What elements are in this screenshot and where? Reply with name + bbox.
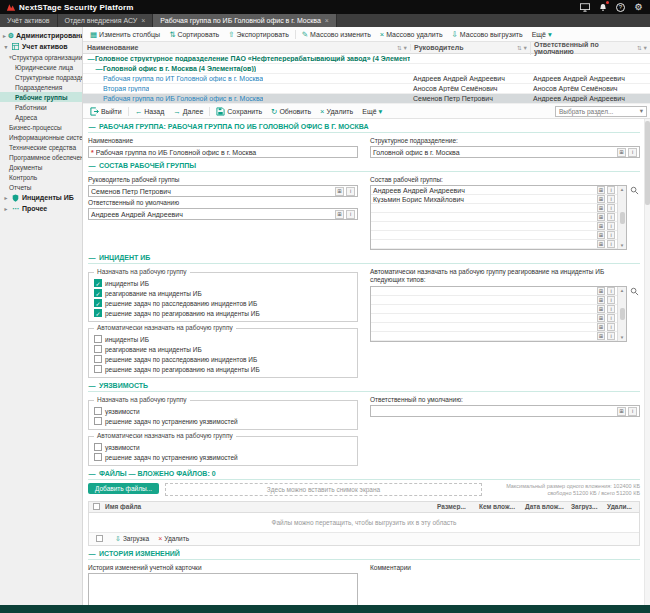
column-delete[interactable]: Удали... [605,503,639,510]
tab-workgroup-ib[interactable]: Рабочая группа по ИБ Головной офис в г. … [153,14,337,27]
sidebar-item-employees[interactable]: Работники [0,102,82,112]
type-row[interactable]: ⊞i [371,332,617,341]
type-row[interactable]: ⊞i [371,305,617,314]
select-all-checkbox[interactable] [96,535,103,542]
sidebar-item-control[interactable]: Контроль [0,172,82,182]
member-row[interactable]: ⊞i [371,204,617,213]
gear-icon[interactable]: ⚙ [633,2,644,13]
info-icon[interactable]: i [607,222,615,230]
sidebar-item-addresses[interactable]: Адреса [0,112,82,122]
filter-icon[interactable]: ▼ [643,45,648,51]
picker-icon[interactable]: ⊞ [597,296,605,304]
exit-button[interactable]: Выйти [86,106,126,117]
column-header-responsible[interactable]: Ответственный по умолчанию⇅▼ [530,41,650,55]
more-button[interactable]: Ещё▾ [358,106,386,117]
info-icon[interactable]: i [607,323,615,331]
scroll-thumb[interactable] [620,308,625,320]
export-button[interactable]: ⇧Экспортировать [224,29,293,40]
info-icon[interactable]: i [607,240,615,248]
column-attached-date[interactable]: Дата влож... [523,503,569,510]
info-icon[interactable]: i [607,332,615,340]
table-row[interactable]: Вторая группа Аносов Артём Семёнович Ано… [83,84,650,94]
scroll-up-icon[interactable]: ▲ [620,187,624,192]
leader-input[interactable]: Семенов Петр Петрович⊞i [88,185,358,197]
picker-icon[interactable]: ⊞ [335,210,344,219]
sidebar-item-technical-assets[interactable]: Технические средства [0,142,82,152]
sidebar-item-software[interactable]: Программное обеспечение [0,152,82,162]
mass-download-button[interactable]: ⇩Массово выгрузить [448,29,527,40]
collapse-icon[interactable]: — [88,382,96,389]
info-icon[interactable]: i [346,187,355,196]
picker-icon[interactable]: ⊞ [597,204,605,212]
checkbox-auto-response[interactable]: реагирование на инциденты ИБ [94,344,352,354]
type-row[interactable]: ⊞i [371,287,617,296]
scroll-down-icon[interactable]: ▼ [620,335,624,340]
vuln-responsible-input[interactable]: ⊞i [370,405,640,417]
select-all-checkbox[interactable] [93,503,100,510]
member-row[interactable]: ⊞i [371,240,617,249]
next-button[interactable]: →Далее [169,106,207,117]
sidebar-item-reports[interactable]: Отчеты [0,182,82,192]
sidebar-item-structural-units[interactable]: Структурные подразделения [0,72,82,82]
column-header-manager[interactable]: Руководитель⇅▼ [410,44,530,51]
info-icon[interactable]: i [607,186,615,194]
close-icon[interactable]: × [325,17,329,24]
info-icon[interactable]: i [607,195,615,203]
sidebar-item-administration[interactable]: ▸⚙Администрирование [0,30,82,41]
info-icon[interactable]: i [607,204,615,212]
member-row[interactable]: ⊞i [371,231,617,240]
sidebar-item-information-systems[interactable]: Информационные системы [0,132,82,142]
sidebar-item-documents[interactable]: Документы [0,162,82,172]
table-row[interactable]: —Головной офис в г. Москва (4 Элемента(о… [83,64,650,74]
picker-icon[interactable]: ⊞ [597,186,605,194]
collapse-icon[interactable]: — [88,550,96,557]
table-row[interactable]: Рабочая группа по ИТ Головной офис в г. … [83,74,650,84]
help-icon[interactable]: ? [615,2,626,13]
sidebar-item-other[interactable]: ▸⋯Прочее [0,203,82,214]
files-dropzone[interactable]: Файлы можно перетащить, чтобы выгрузить … [89,513,639,533]
workgroup-link[interactable]: Вторая группа [103,85,149,92]
column-file-name[interactable]: Имя файла [103,503,435,510]
sidebar-item-ib-incidents[interactable]: ▸Инциденты ИБ [0,192,82,203]
checkbox-investigation-tasks[interactable]: решение задач по расследованию инциденто… [94,298,352,308]
checkbox-auto-vuln-fix-tasks[interactable]: решение задач по устранению уязвимостей [94,452,352,462]
info-icon[interactable]: i [607,305,615,313]
scroll-down-icon[interactable]: ▼ [620,243,624,248]
delete-button[interactable]: ×Удалить [316,106,357,117]
upload-button[interactable]: ⇩Загрузка [115,535,149,543]
checkbox-vulnerabilities[interactable]: уязвимости [94,406,352,416]
close-icon[interactable]: × [141,17,145,24]
paste-screenshot-area[interactable]: Здесь можно вставить снимок экрана [165,483,482,496]
info-icon[interactable]: i [607,287,615,295]
checkbox-auto-response-tasks[interactable]: решение задач по реагированию на инциден… [94,364,352,374]
sidebar-item-business-processes[interactable]: Бизнес-процессы [0,122,82,132]
collapse-icon[interactable]: — [88,123,96,130]
scroll-thumb[interactable] [645,121,650,205]
member-row[interactable]: ⊞i [371,213,617,222]
column-header-name[interactable]: Наименование⇅▼ [83,44,410,51]
checkbox-response[interactable]: реагирование на инциденты ИБ [94,288,352,298]
members-listbox[interactable]: Андреев Андрей Андреевич⊞i Кузьмин Борис… [370,185,627,250]
sidebar-item-units[interactable]: Подразделения [0,82,82,92]
member-row[interactable]: ⊞i [371,222,617,231]
collapse-icon[interactable]: — [88,470,96,477]
type-row[interactable]: ⊞i [371,314,617,323]
info-icon[interactable]: i [346,210,355,219]
picker-icon[interactable]: ⊞ [597,222,605,230]
checkbox-incidents[interactable]: инциденты ИБ [94,278,352,288]
column-size[interactable]: Размер... [435,503,477,510]
mass-edit-button[interactable]: ✎Массово изменить [298,29,375,40]
scroll-thumb[interactable] [620,212,625,224]
workgroup-link[interactable]: Рабочая группа по ИБ Головной офис в г. … [103,95,263,102]
filter-icon[interactable]: ▼ [403,45,408,51]
column-attached-by[interactable]: Кем влож... [477,503,523,510]
name-input[interactable]: *Рабочая группа по ИБ Головной офис в г.… [88,146,358,158]
incident-types-listbox[interactable]: ⊞i ⊞i ⊞i ⊞i ⊞i ⊞i ▲▼ [370,286,627,342]
workgroup-link[interactable]: Рабочая группа по ИТ Головной офис в г. … [103,75,263,82]
picker-icon[interactable]: ⊞ [597,195,605,203]
search-icon[interactable] [629,286,640,297]
collapse-icon[interactable]: — [88,162,96,169]
checkbox-auto-vulnerabilities[interactable]: уязвимости [94,442,352,452]
mass-delete-button[interactable]: ×Массово удалить [376,29,447,40]
refresh-button[interactable]: ↻Обновить [267,106,315,117]
